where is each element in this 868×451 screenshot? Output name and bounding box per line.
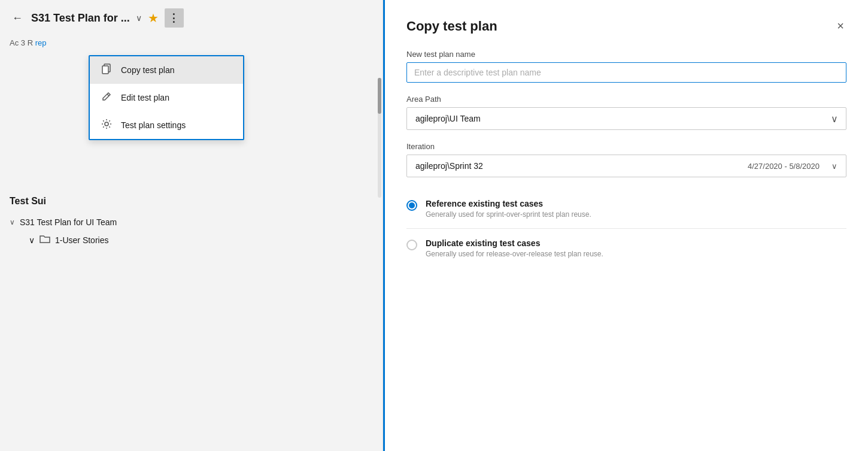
- menu-settings-label: Test plan settings: [121, 120, 186, 130]
- menu-copy-label: Copy test plan: [121, 65, 175, 75]
- gear-icon: [101, 119, 113, 132]
- more-options-button[interactable]: ⋮: [165, 8, 184, 28]
- radio-reference-title: Reference existing test cases: [426, 199, 846, 208]
- dropdown-menu: Copy test plan Edit test plan Test plan …: [89, 55, 244, 140]
- svg-rect-1: [102, 66, 108, 74]
- tree-section: Test Sui ∨ S31 Test Plan for UI Team ∨ 1…: [0, 184, 383, 262]
- tree-sub-chevron-icon: ∨: [29, 235, 35, 245]
- radio-duplicate-description: Generally used for release-over-release …: [426, 250, 846, 258]
- radio-item-duplicate[interactable]: Duplicate existing test cases Generally …: [406, 229, 846, 268]
- back-button[interactable]: ←: [10, 10, 25, 27]
- panel-title: Copy test plan: [406, 19, 497, 34]
- radio-reference-button[interactable]: [406, 200, 417, 211]
- tree-sub-label: 1-User Stories: [55, 235, 108, 245]
- plan-name-input[interactable]: [406, 62, 846, 83]
- name-label: New test plan name: [406, 50, 846, 59]
- iteration-value: agileproj\Sprint 32: [415, 161, 483, 171]
- iteration-select[interactable]: agileproj\Sprint 32 4/27/2020 - 5/8/2020…: [406, 155, 846, 177]
- menu-item-copy[interactable]: Copy test plan: [90, 56, 243, 84]
- top-bar: ← S31 Test Plan for ... ∨ ★ ⋮: [0, 0, 383, 36]
- sub-bar-link[interactable]: rep: [35, 38, 47, 47]
- svg-point-2: [105, 122, 108, 126]
- area-path-select-wrapper: agileproj\UI Team ∨: [406, 107, 846, 130]
- radio-reference-description: Generally used for sprint-over-sprint te…: [426, 210, 846, 219]
- radio-duplicate-title: Duplicate existing test cases: [426, 238, 846, 248]
- star-icon[interactable]: ★: [148, 11, 159, 25]
- iteration-label: Iteration: [406, 142, 846, 151]
- right-panel: Copy test plan × New test plan name Area…: [383, 0, 868, 451]
- sub-bar-text: Ac: [10, 38, 19, 47]
- sub-bar: Ac 3 R rep: [0, 36, 383, 52]
- chevron-down-icon[interactable]: ∨: [136, 13, 142, 23]
- menu-item-edit[interactable]: Edit test plan: [90, 84, 243, 111]
- tree-header: Test Sui: [10, 196, 373, 207]
- tree-root-item[interactable]: ∨ S31 Test Plan for UI Team: [10, 214, 373, 231]
- iteration-date-range: 4/27/2020 - 5/8/2020: [748, 162, 820, 171]
- close-button[interactable]: ×: [834, 17, 846, 35]
- menu-item-settings[interactable]: Test plan settings: [90, 111, 243, 139]
- iteration-right: 4/27/2020 - 5/8/2020 ∨: [748, 162, 837, 171]
- iteration-chevron-icon: ∨: [831, 162, 837, 171]
- area-path-select[interactable]: agileproj\UI Team: [406, 107, 846, 130]
- radio-item-reference[interactable]: Reference existing test cases Generally …: [406, 189, 846, 229]
- menu-edit-label: Edit test plan: [121, 93, 169, 102]
- plan-title: S31 Test Plan for ...: [31, 12, 130, 25]
- radio-reference-content: Reference existing test cases Generally …: [426, 199, 846, 219]
- edit-icon: [101, 91, 113, 104]
- name-form-group: New test plan name: [406, 50, 846, 83]
- area-path-form-group: Area Path agileproj\UI Team ∨: [406, 95, 846, 130]
- panel-header: Copy test plan ×: [406, 17, 846, 35]
- radio-duplicate-button[interactable]: [406, 240, 417, 250]
- folder-icon: [40, 234, 50, 246]
- area-path-label: Area Path: [406, 95, 846, 104]
- scrollbar-track[interactable]: [378, 78, 381, 198]
- copy-icon: [101, 63, 113, 77]
- radio-group: Reference existing test cases Generally …: [406, 189, 846, 268]
- iteration-form-group: Iteration agileproj\Sprint 32 4/27/2020 …: [406, 142, 846, 177]
- scrollbar-thumb[interactable]: [378, 78, 381, 114]
- sub-bar-number: 3 R: [21, 38, 33, 47]
- tree-chevron-icon: ∨: [10, 218, 15, 226]
- tree-root-label: S31 Test Plan for UI Team: [20, 217, 117, 227]
- radio-duplicate-content: Duplicate existing test cases Generally …: [426, 238, 846, 258]
- tree-sub-item[interactable]: ∨ 1-User Stories: [10, 231, 373, 250]
- left-panel: ← S31 Test Plan for ... ∨ ★ ⋮ Ac 3 R rep…: [0, 0, 383, 451]
